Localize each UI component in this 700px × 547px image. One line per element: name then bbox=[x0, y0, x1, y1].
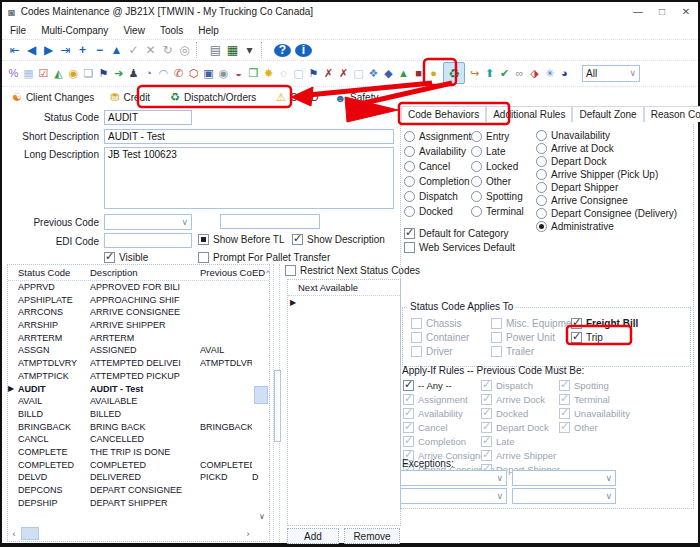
table-row[interactable]: BILLDBILLED bbox=[8, 408, 269, 421]
enter-icon[interactable]: ➜ bbox=[111, 65, 126, 81]
default-checkbox-web-services-default[interactable]: Web Services Default bbox=[404, 240, 515, 254]
exception-combo-1[interactable]: ∨ bbox=[400, 470, 507, 486]
table-row[interactable]: APSHIPLATEAPPROACHING SHIF bbox=[8, 294, 269, 307]
status-code-input[interactable] bbox=[104, 110, 192, 125]
previous-code-extra-input[interactable] bbox=[220, 214, 320, 229]
help-icon[interactable]: ? bbox=[274, 44, 291, 57]
minimize-button[interactable]: — bbox=[626, 6, 650, 17]
column-description[interactable]: Description bbox=[90, 267, 200, 278]
cross-tool-icon[interactable]: ✗ bbox=[321, 65, 336, 81]
vertical-scrollbar-thumb[interactable] bbox=[254, 386, 268, 404]
badge-icon[interactable]: ◉ bbox=[66, 65, 81, 81]
coin-icon[interactable]: ● bbox=[426, 65, 441, 81]
add-button[interactable]: Add bbox=[287, 528, 339, 544]
subtab-code-behaviors[interactable]: Code Behaviors bbox=[401, 106, 486, 122]
default-checkbox-default-for-category[interactable]: Default for Category bbox=[404, 226, 515, 240]
tab-dispatch-orders[interactable]: ♻Dispatch/Orders bbox=[160, 89, 266, 106]
behavior-radio-docked[interactable]: Docked bbox=[404, 204, 471, 219]
window-icon[interactable]: ▢ bbox=[291, 65, 306, 81]
menu-view[interactable]: View bbox=[123, 25, 145, 36]
applies-to-trip[interactable]: Trip bbox=[571, 330, 638, 344]
tab-safety[interactable]: ☻Safety bbox=[329, 90, 385, 106]
last-record-icon[interactable]: ⇥ bbox=[57, 42, 74, 58]
green-check-icon[interactable]: ✔ bbox=[497, 65, 512, 81]
camera-icon[interactable]: ◉ bbox=[216, 65, 231, 81]
behavior-radio-administrative[interactable]: Administrative bbox=[536, 220, 677, 233]
maximize-button[interactable]: □ bbox=[650, 6, 674, 17]
redo-icon[interactable]: ↪ bbox=[467, 65, 482, 81]
link-icon[interactable]: ∞ bbox=[512, 65, 527, 81]
column-ed[interactable]: ED bbox=[252, 267, 266, 278]
behavior-radio-depart-consignee-delivery[interactable]: Depart Consignee (Delivery) bbox=[536, 207, 677, 220]
first-record-icon[interactable]: ⇤ bbox=[6, 42, 23, 58]
green-book-icon[interactable]: ❒ bbox=[246, 65, 261, 81]
table-row[interactable]: ATMPTPICKATTEMPTED PICKUP bbox=[8, 370, 269, 383]
scroll-down-icon[interactable]: ∨ bbox=[256, 511, 268, 523]
dispatch-orders-toolbar-icon[interactable]: ♻ bbox=[443, 62, 465, 84]
table-row[interactable]: AVAILAVAILABLE bbox=[8, 395, 269, 408]
table-row[interactable]: COMPLETEDCOMPLETEDCOMPLETED bbox=[8, 459, 269, 472]
delete-record-icon[interactable]: − bbox=[91, 42, 108, 58]
exception-combo-3[interactable]: ∨ bbox=[400, 488, 507, 504]
table-row[interactable]: ATMPTDLVRYATTEMPTED DELIVEIATMPTDLVRY bbox=[8, 357, 269, 370]
codes-filter-combo[interactable]: All∨ bbox=[582, 65, 640, 82]
behavior-radio-availability[interactable]: Availability bbox=[404, 144, 471, 159]
behavior-radio-entry[interactable]: Entry bbox=[471, 129, 524, 144]
horizontal-scrollbar[interactable]: ‹ › bbox=[9, 527, 253, 540]
show-description-checkbox[interactable]: Show Description bbox=[292, 234, 385, 245]
up-arrow-icon[interactable]: ⬆ bbox=[482, 65, 497, 81]
behavior-radio-arrive-at-dock[interactable]: Arrive at Dock bbox=[536, 142, 677, 155]
asterisk-icon[interactable]: ✳ bbox=[542, 65, 557, 81]
behavior-radio-locked[interactable]: Locked bbox=[471, 159, 524, 174]
behavior-radio-depart-dock[interactable]: Depart Dock bbox=[536, 155, 677, 168]
next-record-icon[interactable]: ▶ bbox=[40, 42, 57, 58]
subtab-reason-codes[interactable]: Reason Codes bbox=[644, 106, 700, 122]
horizontal-scrollbar-thumb[interactable] bbox=[21, 527, 39, 540]
table-row[interactable]: DEPCONSDEPART CONSIGNEE bbox=[8, 484, 269, 497]
table-row[interactable]: ARRSHIPARRIVE SHIPPER bbox=[8, 319, 269, 332]
share-icon[interactable]: ⬡ bbox=[186, 65, 201, 81]
triangle-icon[interactable]: ▲ bbox=[396, 65, 411, 81]
table-row[interactable]: CANCLCANCELLED bbox=[8, 433, 269, 446]
gem-icon[interactable]: ◆ bbox=[381, 65, 396, 81]
flag-icon[interactable]: ⚑ bbox=[96, 65, 111, 81]
next-available-header[interactable]: Next Available bbox=[288, 280, 400, 296]
grid-icon[interactable]: ▦ bbox=[21, 65, 36, 81]
menu-file[interactable]: File bbox=[10, 25, 26, 36]
behavior-radio-terminal[interactable]: Terminal bbox=[471, 204, 524, 219]
screen-icon[interactable]: ▦ bbox=[224, 42, 241, 58]
find-icon[interactable]: ◎ bbox=[176, 42, 193, 58]
exception-combo-4[interactable]: ∨ bbox=[512, 488, 616, 504]
pane-splitter[interactable] bbox=[273, 264, 280, 542]
dock-icon[interactable]: ◒ bbox=[231, 65, 246, 81]
magnifier-icon[interactable]: ◌ bbox=[276, 65, 291, 81]
table-row-selected[interactable]: ▶AUDITAUDIT - Test bbox=[8, 383, 269, 396]
visible-checkbox[interactable]: Visible bbox=[104, 252, 148, 263]
tab-credit[interactable]: ⛃Credit bbox=[104, 89, 156, 106]
behavior-radio-assignment[interactable]: Assignment bbox=[404, 129, 471, 144]
table-row[interactable]: BRINGBACKBRING BACKBRINGBACK bbox=[8, 421, 269, 434]
about-icon[interactable]: i bbox=[295, 44, 312, 57]
clipboard-shield-icon[interactable]: ▣ bbox=[201, 65, 216, 81]
column-status-code[interactable]: Status Code bbox=[18, 267, 90, 278]
behavior-radio-unavailability[interactable]: Unavailability bbox=[536, 129, 677, 142]
screen-icon-dropdown[interactable]: ▾ bbox=[241, 42, 258, 58]
lamp-icon[interactable]: ✸ bbox=[261, 65, 276, 81]
tab-os-d[interactable]: ⚠OS&D bbox=[270, 89, 324, 106]
table-row[interactable]: DELVDDELIVEREDPICKDD bbox=[8, 471, 269, 484]
sort-ascending-icon[interactable]: ^ bbox=[266, 268, 270, 277]
applies-to-freight-bill[interactable]: Freight Bill bbox=[571, 316, 638, 330]
menu-help[interactable]: Help bbox=[198, 25, 219, 36]
table-row[interactable]: APPRVDAPPROVED FOR BILI bbox=[8, 281, 269, 294]
tab-client-changes[interactable]: ☯Client Changes bbox=[6, 89, 100, 106]
collapse-icon[interactable]: ▲ bbox=[108, 42, 125, 58]
red-square-icon[interactable]: ■ bbox=[411, 65, 426, 81]
prompt-pallet-checkbox[interactable]: Prompt For Pallet Transfer bbox=[198, 252, 330, 263]
table-row[interactable]: ASSGNASSIGNEDAVAIL bbox=[8, 344, 269, 357]
driver-icon[interactable]: ♟ bbox=[126, 65, 141, 81]
subtab-additional-rules[interactable]: Additional Rules bbox=[486, 106, 572, 122]
behavior-radio-spotting[interactable]: Spotting bbox=[471, 189, 524, 204]
table-row[interactable]: DEPSHIPDEPART SHIPPER bbox=[8, 497, 269, 510]
behavior-radio-depart-shipper[interactable]: Depart Shipper bbox=[536, 181, 677, 194]
scroll-right-icon[interactable]: › bbox=[243, 529, 253, 539]
